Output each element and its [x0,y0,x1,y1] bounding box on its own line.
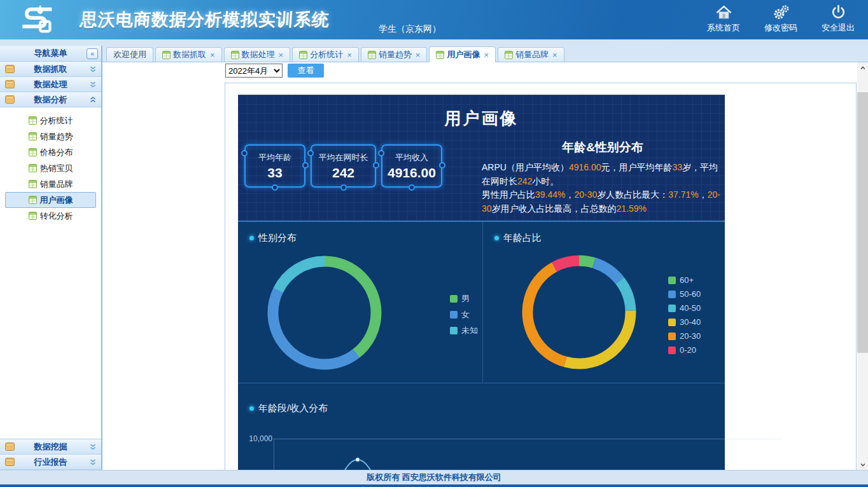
legend-item-50-60[interactable]: 50-60 [668,289,701,299]
donut-segment-0-20[interactable] [519,252,640,373]
gender-chart-panel: 性别分布 男女未知 [238,222,483,383]
header-nav: 系统首页修改密码安全退出 [700,4,862,34]
donut-segment-未知[interactable] [264,252,385,373]
content-scrollbar[interactable] [857,62,868,470]
scroll-up-button[interactable] [857,62,868,73]
legend-item-20-30[interactable]: 20-30 [668,331,701,341]
nav-button-label: 安全退出 [822,22,855,34]
sidebar-item-label: 转化分析 [40,210,73,222]
legend-item-0-20[interactable]: 0-20 [668,345,701,355]
sidebar-item-label: 分析统计 [40,115,73,127]
legend-swatch [450,295,458,303]
donut-segment-50-60[interactable] [519,252,640,373]
sidebar-group-label: 数据抓取 [0,64,101,75]
dashboard-title: 用户画像 [238,95,725,130]
tab-close-icon[interactable]: × [484,50,489,60]
gender-chart-title: 性别分布 [249,232,297,244]
stat-value: 4916.00 [388,165,436,181]
user-profile-dashboard: 用户画像 平均年龄33平均在网时长242平均收入4916.00 年龄&性别分布 … [238,95,725,470]
gender-donut-chart[interactable] [264,252,385,373]
sidebar-group-label: 数据处理 [0,79,101,90]
income-line-chart[interactable] [274,439,783,470]
header-divider [0,39,868,46]
tab-analysis-stats[interactable]: 分析统计× [292,47,359,62]
legend-swatch [668,319,676,326]
sidebar-group-industry-report[interactable]: 行业报告 [0,455,101,470]
donut-charts-section: 性别分布 男女未知 年龄占比 60+50-6040-5030-4020-300-… [238,222,725,383]
tab-sales-brand[interactable]: 销量品牌× [498,47,564,62]
age-chart-panel: 年龄占比 60+50-6040-5030-4020-300-20 [483,222,725,383]
sidebar-group-data-processing[interactable]: 数据处理 [0,77,101,92]
chevron-double-down-icon [89,443,97,451]
scroll-down-button[interactable] [857,459,868,470]
sidebar-item-label: 热销宝贝 [40,163,73,174]
user-label: 学生（京东网） [379,24,441,35]
tab-close-icon[interactable]: × [416,50,421,60]
sidebar-item-hot-items[interactable]: 热销宝贝 [5,160,96,176]
table-icon [505,51,513,59]
table-icon [436,51,444,59]
sidebar-item-analysis-stats[interactable]: 分析统计 [5,113,96,128]
age-donut-chart[interactable] [519,252,640,373]
tab-data-processing[interactable]: 数据处理× [224,47,291,62]
change-password-button[interactable]: 修改密码 [757,4,804,34]
dashboard-summary-section: 用户画像 平均年龄33平均在网时长242平均收入4916.00 年龄&性别分布 … [238,95,725,222]
tab-sales-trend[interactable]: 销量趋势× [361,47,428,62]
age-legend: 60+50-6040-5030-4020-300-20 [668,275,701,355]
scrollbar-thumb[interactable] [857,92,868,353]
bullet-dot-icon [249,236,254,240]
gear-icon [773,4,790,21]
donut-segment-20-30[interactable] [519,252,640,373]
sidebar-item-sales-trend[interactable]: 销量趋势 [5,128,96,144]
bullet-dot-icon [494,236,499,240]
income-chart-title: 年龄段/收入分布 [249,402,328,415]
sidebar-item-label: 用户画像 [40,195,73,206]
y-axis-tick: 10,000 [243,434,272,443]
table-icon [29,212,37,220]
tab-close-icon[interactable]: × [279,50,284,60]
tab-data-capture[interactable]: 数据抓取× [155,47,222,62]
tab-close-icon[interactable]: × [210,50,215,60]
donut-segment-40-50[interactable] [519,252,640,373]
table-icon [29,116,37,125]
tab-label: 销量趋势 [379,49,412,60]
legend-item-30-40[interactable]: 30-40 [668,317,701,327]
legend-item-男[interactable]: 男 [450,293,478,305]
chevron-double-up-icon [89,96,97,104]
footer: 版权所有 西安思沃软件科技有限公司 [0,470,868,484]
sidebar-item-sales-brand[interactable]: 销量品牌 [5,176,96,192]
legend-label: 60+ [680,275,694,285]
sidebar-collapse-button[interactable]: « [87,48,98,59]
logout-button[interactable]: 安全退出 [815,4,862,34]
chevron-double-down-icon [89,65,97,73]
sidebar-group-data-capture[interactable]: 数据抓取 [0,62,101,77]
legend-item-40-50[interactable]: 40-50 [668,303,701,313]
period-select[interactable]: 2022年4月 [225,64,283,78]
sidebar-item-conversion-analysis[interactable]: 转化分析 [5,208,96,224]
legend-item-女[interactable]: 女 [450,309,478,320]
legend-label: 20-30 [680,331,701,341]
tab-close-icon[interactable]: × [552,50,557,60]
table-icon [29,196,37,204]
app-title: 思沃电商数据分析模拟实训系统 [80,8,331,31]
legend-label: 未知 [461,325,478,336]
legend-item-未知[interactable]: 未知 [450,325,478,336]
legend-label: 女 [461,309,470,320]
sidebar-group-data-mining[interactable]: 数据挖掘 [0,439,101,455]
view-button[interactable]: 查看 [288,64,324,78]
app-window: 思沃电商数据分析模拟实训系统 学生（京东网） 系统首页修改密码安全退出 导航菜单… [0,0,868,487]
legend-item-60+[interactable]: 60+ [668,275,701,285]
chevron-down-icon [860,462,866,468]
tab-welcome[interactable]: 欢迎使用 [106,47,153,62]
stat-value: 33 [267,165,282,181]
sidebar-item-price-distribution[interactable]: 价格分布 [5,144,96,160]
toolbar: 2022年4月 查看 [225,64,324,78]
donut-segment-女[interactable] [264,252,385,373]
bottom-accent-bar [0,484,868,487]
tab-close-icon[interactable]: × [347,50,352,60]
sidebar-group-data-analysis[interactable]: 数据分析 [0,92,101,107]
data-point-marker [356,458,360,462]
sidebar-item-user-profile[interactable]: 用户画像 [5,192,96,208]
tab-user-profile[interactable]: 用户画像× [429,46,496,62]
home-button[interactable]: 系统首页 [700,4,747,34]
